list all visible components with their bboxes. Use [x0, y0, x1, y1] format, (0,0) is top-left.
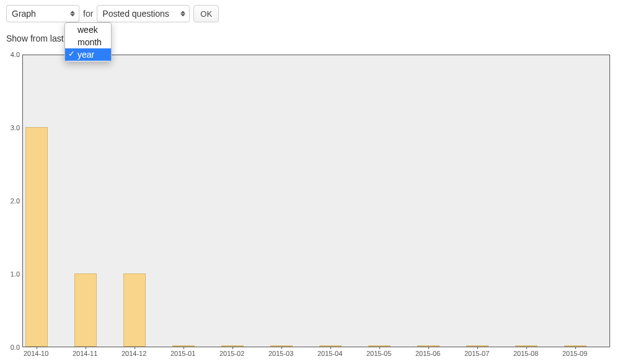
- range-option-month[interactable]: month: [65, 36, 111, 48]
- ok-button[interactable]: OK: [193, 5, 219, 22]
- x-tick-label: 2015-05: [366, 350, 391, 357]
- x-tick: [575, 347, 576, 349]
- range-option-week[interactable]: week: [65, 24, 111, 36]
- metric-select[interactable]: Posted questions: [97, 5, 190, 22]
- x-tick-label: 2014-10: [24, 350, 48, 357]
- view-select-value: Graph: [12, 9, 36, 19]
- x-tick: [86, 347, 86, 349]
- x-tick-label: 2015-04: [317, 350, 342, 357]
- y-tick-label: 2.0: [6, 197, 20, 205]
- x-tick: [232, 347, 233, 349]
- range-option-year[interactable]: year: [65, 48, 111, 61]
- x-tick-label: 2015-09: [562, 350, 587, 357]
- x-tick-label: 2015-03: [268, 350, 293, 357]
- x-tick: [526, 347, 527, 349]
- metric-select-value: Posted questions: [102, 9, 169, 19]
- controls-bar: Graph for Posted questions OK weekmonthy…: [6, 5, 614, 22]
- x-tick: [379, 347, 380, 349]
- updown-icon: [70, 11, 75, 17]
- x-tick-label: 2015-07: [464, 350, 489, 357]
- x-tick-label: 2014-11: [73, 350, 97, 357]
- bar: [123, 273, 146, 347]
- x-tick: [330, 347, 331, 349]
- y-tick-label: 0.0: [6, 344, 20, 351]
- x-tick: [184, 347, 184, 349]
- chart: 0.01.02.03.04.0 2014-102014-112014-12201…: [6, 52, 610, 361]
- x-tick: [37, 347, 37, 349]
- bar: [25, 127, 48, 347]
- view-select[interactable]: Graph: [6, 5, 79, 22]
- updown-icon: [180, 11, 185, 17]
- plot-area: [22, 55, 610, 347]
- x-tick-label: 2015-08: [513, 350, 538, 357]
- y-tick-label: 1.0: [6, 270, 20, 278]
- x-tick: [428, 347, 429, 349]
- for-label: for: [83, 9, 93, 19]
- x-tick-label: 2014-12: [122, 350, 146, 357]
- x-tick: [477, 347, 478, 349]
- x-tick-label: 2015-06: [415, 350, 440, 357]
- x-tick: [281, 347, 282, 349]
- range-dropdown[interactable]: weekmonthyear: [64, 22, 112, 62]
- range-prefix: Show from last: [6, 33, 64, 43]
- x-tick: [135, 347, 135, 349]
- x-tick-label: 2015-01: [170, 350, 195, 357]
- y-tick-label: 4.0: [6, 51, 20, 58]
- x-tick-label: 2015-02: [219, 350, 244, 357]
- bar: [74, 273, 97, 347]
- y-tick-label: 3.0: [6, 124, 20, 131]
